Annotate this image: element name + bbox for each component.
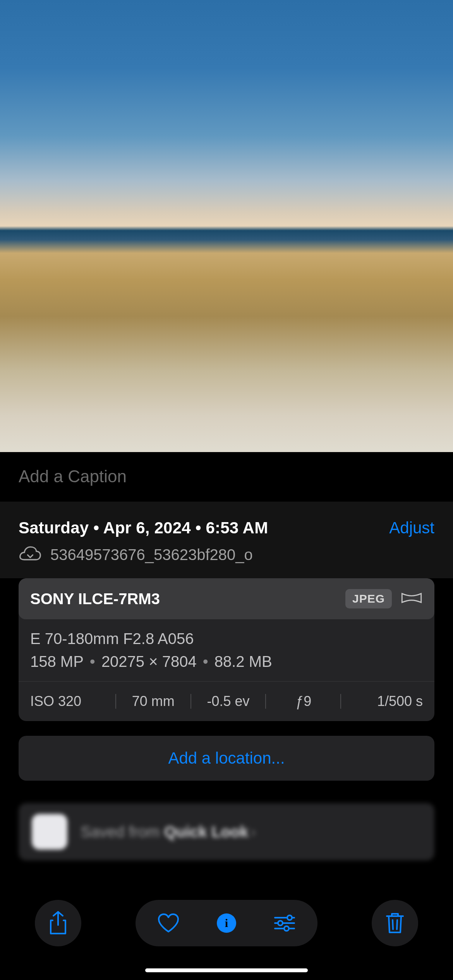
f-number: ƒ9 bbox=[266, 693, 340, 709]
heart-icon bbox=[157, 913, 180, 933]
adjust-button[interactable]: Adjust bbox=[389, 519, 434, 537]
center-toolbar-group: i bbox=[136, 900, 317, 946]
info-icon: i bbox=[217, 913, 236, 933]
cloud-download-icon bbox=[19, 546, 42, 564]
metadata-section: Saturday • Apr 6, 2024 • 6:53 AM 5364957… bbox=[0, 502, 453, 578]
exif-card: SONY ILCE-7RM3 JPEG E 70-180mm F2.8 A056… bbox=[19, 578, 434, 721]
iso-value: ISO 320 bbox=[30, 693, 115, 709]
dimensions-line: 158 MP•20275 × 7804•88.2 MB bbox=[30, 653, 423, 670]
filesize: 88.2 MB bbox=[214, 653, 272, 670]
favorite-button[interactable] bbox=[139, 904, 197, 942]
svg-line-6 bbox=[393, 920, 393, 929]
add-location-button[interactable]: Add a location... bbox=[19, 736, 434, 781]
share-icon bbox=[48, 910, 69, 936]
svg-point-5 bbox=[284, 926, 289, 931]
time-label: 6:53 AM bbox=[206, 519, 268, 537]
megapixels: 158 MP bbox=[30, 653, 84, 670]
bottom-toolbar: i bbox=[0, 886, 453, 980]
pixel-dimensions: 20275 × 7804 bbox=[101, 653, 197, 670]
shutter-speed: 1/500 s bbox=[341, 693, 423, 709]
exif-header: SONY ILCE-7RM3 JPEG bbox=[19, 578, 434, 619]
share-button[interactable] bbox=[35, 900, 81, 946]
info-button[interactable]: i bbox=[197, 904, 256, 942]
date-label: Apr 6, 2024 bbox=[103, 519, 190, 537]
photo-preview[interactable] bbox=[0, 0, 453, 452]
day-label: Saturday bbox=[19, 519, 89, 537]
home-indicator[interactable] bbox=[145, 968, 308, 972]
edit-button[interactable] bbox=[256, 904, 314, 942]
add-location-label: Add a location... bbox=[168, 749, 285, 767]
svg-point-3 bbox=[278, 921, 283, 925]
caption-placeholder: Add a Caption bbox=[19, 467, 127, 486]
sliders-icon bbox=[273, 914, 296, 932]
filename-label: 53649573676_53623bf280_o bbox=[50, 546, 253, 564]
exif-body: E 70-180mm F2.8 A056 158 MP•20275 × 7804… bbox=[19, 619, 434, 681]
camera-model: SONY ILCE-7RM3 bbox=[30, 590, 160, 608]
source-app-icon bbox=[32, 814, 67, 850]
source-card[interactable]: Saved from Quick Look› bbox=[19, 803, 434, 860]
svg-line-7 bbox=[397, 920, 397, 929]
lens-name: E 70-180mm F2.8 A056 bbox=[30, 630, 423, 648]
format-badge: JPEG bbox=[345, 589, 392, 608]
delete-button[interactable] bbox=[372, 900, 418, 946]
panorama-icon bbox=[400, 591, 423, 607]
exif-shoot-row: ISO 320 70 mm -0.5 ev ƒ9 1/500 s bbox=[19, 681, 434, 721]
exposure-value: -0.5 ev bbox=[191, 693, 266, 709]
photo-date: Saturday • Apr 6, 2024 • 6:53 AM bbox=[19, 519, 389, 537]
source-text: Saved from Quick Look› bbox=[81, 823, 256, 841]
trash-icon bbox=[385, 911, 405, 935]
caption-input-row[interactable]: Add a Caption bbox=[0, 452, 453, 502]
focal-length: 70 mm bbox=[116, 693, 190, 709]
svg-point-1 bbox=[287, 915, 292, 920]
